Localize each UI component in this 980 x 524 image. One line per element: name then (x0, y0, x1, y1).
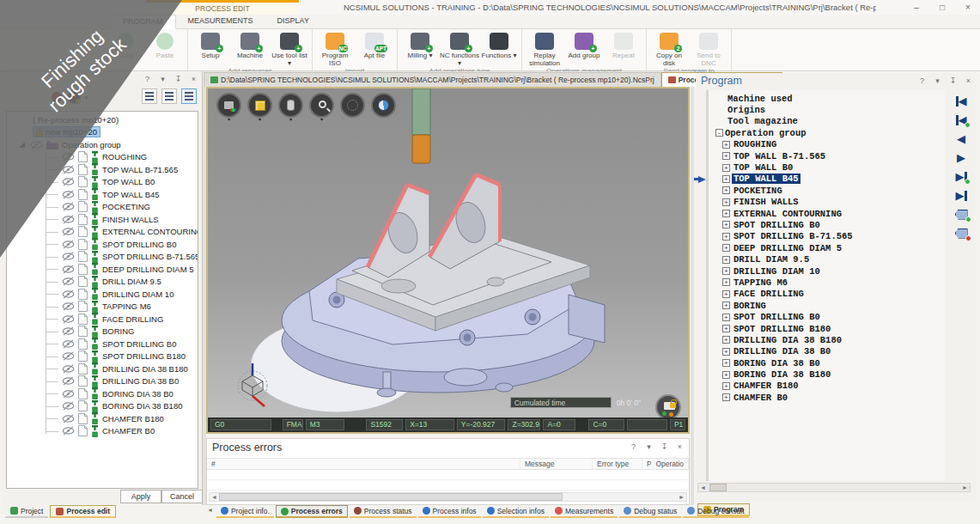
program-tree-operation[interactable]: + FINISH WALLS (715, 197, 945, 208)
horizontal-scrollbar[interactable]: ◄ ► (697, 483, 971, 492)
column-header[interactable]: Message (520, 459, 593, 469)
apply-button[interactable]: Apply (120, 490, 161, 503)
bottom-tab[interactable]: Process errors (276, 505, 348, 518)
expand-icon[interactable]: + (722, 290, 730, 298)
tree-node-operation[interactable]: TOP WALL B-71.565 (7, 163, 198, 176)
view-mode-compact-button[interactable] (142, 88, 157, 104)
tree-node-operation[interactable]: FACE DRILLING (7, 313, 198, 326)
expand-icon[interactable]: + (722, 336, 730, 344)
panel-menu-button[interactable]: ▾ (933, 76, 942, 85)
panel-help-button[interactable]: ? (143, 75, 152, 83)
bottom-tab[interactable]: Measurements (551, 505, 618, 518)
scroll-left-icon[interactable]: ◄ (210, 494, 219, 500)
ribbon-button[interactable]: + Use tool list ▾ (270, 30, 309, 67)
tree-node-operation[interactable]: TOP WALL B45 (7, 188, 198, 201)
scrollbar-thumb[interactable] (219, 493, 563, 501)
hidden-eye-icon[interactable] (62, 152, 75, 161)
scroll-right-icon[interactable]: ► (677, 494, 686, 500)
panel-menu-button[interactable]: ▾ (158, 75, 167, 83)
tree-node-operation[interactable]: POCKETING (7, 201, 198, 214)
program-tree-operation[interactable]: + DRILL DIAM 9.5 (715, 253, 945, 265)
panel-tab[interactable]: Project (5, 505, 48, 518)
tree-node-operation[interactable]: DRILL DIAM 9.5 (7, 276, 198, 289)
column-header[interactable]: # (207, 459, 520, 469)
program-tree-operation[interactable]: + SPOT DRILLING B180 (715, 323, 945, 334)
expand-icon[interactable]: + (722, 233, 730, 241)
hidden-eye-icon[interactable] (62, 202, 75, 211)
ribbon-button[interactable]: Replay simulation (525, 30, 564, 67)
model-3d[interactable] (208, 88, 688, 417)
program-tree-operation[interactable]: + BORING (715, 300, 945, 311)
play-backward-button[interactable]: ◀ (957, 132, 965, 145)
tool-display-button[interactable]: ▾ (278, 93, 303, 118)
program-tree-operation[interactable]: + TOP WALL B0 (715, 161, 945, 173)
program-tree-operation[interactable]: + TOP WALL B-71.565 (715, 150, 945, 161)
highlight-button[interactable] (340, 93, 365, 118)
panel-pin-button[interactable]: ↧ (173, 75, 183, 83)
expand-icon[interactable]: + (722, 152, 730, 160)
tab-scroll-left-icon[interactable]: ◄ (205, 505, 215, 515)
tree-node-operation[interactable]: BORING DIA 38 B0 (7, 387, 198, 400)
program-tree-item[interactable]: Tool magazine (715, 116, 945, 127)
ribbon-button[interactable]: Send to DNC (689, 30, 728, 67)
program-tree-operation[interactable]: + SPOT DRILLING B-71.565 (715, 231, 945, 242)
tree-node-operation[interactable]: BORING (7, 326, 198, 338)
go-first-button[interactable]: ◀ (956, 94, 967, 107)
hidden-eye-icon[interactable] (62, 426, 75, 436)
hidden-eye-icon[interactable] (30, 140, 43, 149)
expand-icon[interactable]: + (722, 314, 730, 321)
expand-icon[interactable]: + (722, 175, 730, 183)
document-tab[interactable]: D:\Data\SPRING TECHNOLOGIES\NCSIMUL SOLU… (204, 72, 661, 87)
machine-status-widget[interactable] (655, 394, 681, 420)
hidden-eye-icon[interactable] (62, 414, 75, 423)
panel-close-button[interactable]: × (189, 75, 198, 83)
hidden-eye-icon[interactable] (62, 165, 75, 174)
play-forward-button[interactable]: ▶ (957, 151, 965, 164)
column-header[interactable]: Process (642, 459, 651, 469)
bottom-tab[interactable]: Selection infos (483, 505, 549, 518)
expand-icon[interactable]: + (722, 267, 730, 275)
expand-icon[interactable]: + (722, 278, 730, 286)
program-tree-operation[interactable]: + DRILLING DIA 38 B0 (715, 346, 945, 357)
ribbon-tab[interactable]: DISPLAY (265, 15, 321, 29)
program-tree-operation[interactable]: + DEEP DRILLING DIAM 5 (715, 242, 945, 253)
tree-node-operation[interactable]: SPOT DRILLING B-71.565 (7, 251, 198, 264)
view-mode-normal-button[interactable] (161, 88, 177, 104)
ribbon-button[interactable]: + NC functions ▾ (440, 30, 479, 67)
step-backward-button[interactable]: ◀ (956, 113, 967, 126)
expand-icon[interactable]: + (722, 348, 730, 356)
ribbon-button[interactable]: + Setup (191, 30, 230, 59)
bottom-tab[interactable]: Project info. (216, 505, 274, 518)
hidden-eye-icon[interactable] (62, 364, 75, 374)
context-tab-process-edit[interactable]: PROCESS EDIT (146, 0, 299, 15)
expander-icon[interactable] (19, 142, 25, 148)
expand-icon[interactable]: + (722, 359, 730, 367)
panel-close-button[interactable]: × (675, 442, 685, 451)
expand-icon[interactable]: + (722, 256, 730, 264)
ribbon-tab[interactable]: PROGRAM (110, 15, 176, 29)
program-tree-operation[interactable]: + CHAMFER B0 (715, 392, 945, 403)
bookmark-remove-button[interactable] (955, 227, 968, 240)
stock-display-button[interactable]: ▾ (247, 93, 272, 118)
program-tree-item[interactable]: Origins (715, 104, 945, 115)
simulation-viewport[interactable]: ▾ ▾ ▾ ▾ Cumulated time 0h 0' 0" G0FMAXM3… (206, 87, 690, 434)
refresh-button[interactable] (371, 93, 396, 118)
scrollbar-thumb[interactable] (709, 484, 727, 491)
minimize-button[interactable]: – (910, 2, 923, 13)
horizontal-scrollbar[interactable]: ◄ ► (209, 492, 687, 502)
hidden-eye-icon[interactable] (62, 389, 75, 399)
program-tree-operation[interactable]: + CHAMFER B180 (715, 381, 945, 392)
expand-icon[interactable]: + (722, 382, 730, 390)
bottom-tab[interactable]: Debug status (619, 505, 681, 518)
hidden-eye-icon[interactable] (62, 326, 75, 336)
ribbon-button[interactable]: NC Program ISO (315, 30, 355, 67)
tree-node-operation[interactable]: CHAMFER B180 (7, 412, 198, 425)
cancel-button[interactable]: Cancel (161, 490, 203, 503)
program-tree-operation[interactable]: + DRILLING DIAM 10 (715, 265, 945, 277)
collision-icon[interactable] (52, 92, 62, 102)
panel-menu-button[interactable]: ▾ (644, 442, 654, 451)
ribbon-button[interactable]: APT Apt file (355, 30, 394, 59)
hidden-eye-icon[interactable] (62, 376, 75, 386)
chevron-down-icon[interactable]: ▾ (85, 94, 88, 101)
panel-help-button[interactable]: ? (917, 76, 927, 85)
